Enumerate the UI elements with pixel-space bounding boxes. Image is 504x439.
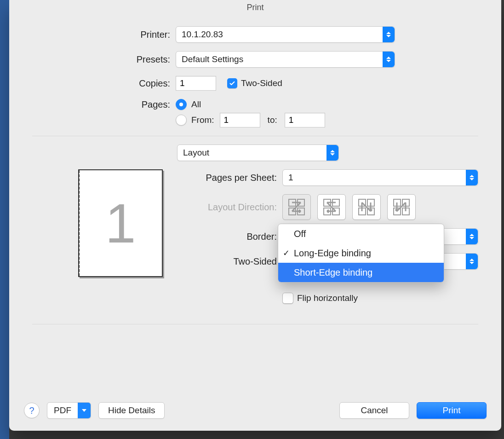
divider [32,324,478,324]
preview-page-number: 1 [79,170,162,276]
stepper-icon [383,52,395,67]
two-sided-option-off[interactable]: Off [278,224,444,243]
stepper-icon [466,170,478,185]
stepper-icon [383,27,395,42]
stepper-icon [466,254,478,269]
print-dialog: Print Printer: 10.1.20.83 Presets: Defau… [9,0,501,431]
pages-from-input[interactable] [220,113,260,127]
pages-to-label: to: [268,115,277,125]
layout-direction-group [282,194,416,220]
section-select-value: Layout [178,148,326,158]
stepper-icon [326,145,338,161]
layout-direction-inv-n-icon[interactable] [387,194,416,220]
layout-direction-n-icon[interactable] [352,194,381,220]
dialog-title: Print [9,0,501,17]
dialog-footer: ? PDF Hide Details Cancel Print [9,393,501,431]
pages-per-sheet-value: 1 [283,173,466,183]
background-app-stripe [0,0,9,439]
pdf-menu-label: PDF [47,405,78,416]
stepper-icon [466,229,478,244]
layout-direction-label: Layout Direction: [176,202,282,213]
printer-select[interactable]: 10.1.20.83 [176,26,395,43]
printer-label: Printer: [32,29,176,40]
flip-horizontal-label: Flip horizontally [297,293,358,303]
two-sided-checkbox-label: Two-Sided [241,78,282,88]
border-label: Border: [176,231,282,242]
two-sided-option-short-edge[interactable]: Short-Edge binding [278,263,444,282]
divider [32,136,478,136]
pages-per-sheet-select[interactable]: 1 [282,169,478,186]
presets-value: Default Settings [176,54,383,64]
section-select[interactable]: Layout [177,144,339,161]
pages-per-sheet-label: Pages per Sheet: [176,173,282,183]
cancel-button[interactable]: Cancel [339,402,409,419]
pages-all-label: All [191,99,201,110]
print-button[interactable]: Print [417,402,487,419]
flip-horizontal-checkbox[interactable] [282,293,293,304]
chevron-down-icon [78,403,91,418]
page-preview: 1 [78,169,163,277]
layout-direction-s-icon[interactable] [317,194,346,220]
presets-select[interactable]: Default Settings [176,51,395,68]
pages-from-label: From: [191,115,214,125]
copies-input[interactable] [176,76,216,91]
pages-to-input[interactable] [285,113,325,127]
pages-label: Pages: [32,99,176,110]
two-sided-row-label: Two-Sided [176,256,282,267]
presets-label: Presets: [32,54,176,65]
copies-label: Copies: [32,78,176,89]
printer-value: 10.1.20.83 [176,29,383,40]
layout-section: 1 Pages per Sheet: 1 Layout Direction: [32,169,478,312]
layout-direction-z-icon[interactable] [282,194,311,220]
pages-all-radio[interactable] [176,99,187,110]
dialog-content: Printer: 10.1.20.83 Presets: Default Set… [9,17,501,324]
two-sided-popup-menu: Off Long-Edge binding Short-Edge binding [278,224,444,283]
pdf-menu-button[interactable]: PDF [47,402,91,419]
two-sided-option-long-edge[interactable]: Long-Edge binding [278,243,444,263]
help-button[interactable]: ? [24,403,40,418]
hide-details-button[interactable]: Hide Details [98,402,165,419]
pages-range-radio[interactable] [176,115,187,126]
two-sided-checkbox[interactable] [227,78,237,88]
